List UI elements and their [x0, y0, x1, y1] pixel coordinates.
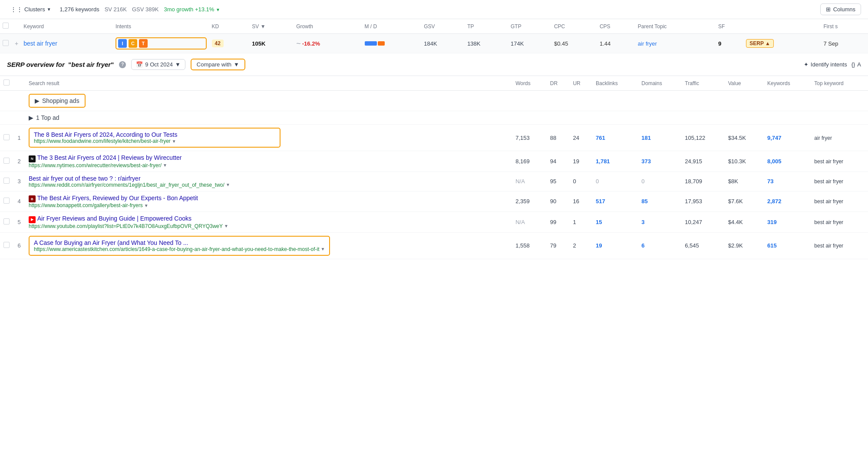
result-top-keyword: best air fryer: [811, 232, 868, 259]
result-ur: 2: [569, 232, 592, 259]
row-parent-topic: air fryer: [635, 34, 716, 53]
result-title-link[interactable]: Air Fryer Reviews and Buying Guide | Emp…: [37, 215, 191, 222]
backlinks-value: 1,781: [596, 158, 610, 165]
code-view-button[interactable]: {} A: [851, 61, 861, 68]
result-checkbox[interactable]: [3, 134, 10, 140]
intent-c-badge: C: [129, 39, 137, 48]
result-traffic: 24,915: [681, 151, 724, 172]
url-dropdown-icon[interactable]: ▼: [226, 182, 230, 187]
traffic-value: 6,545: [685, 242, 699, 249]
keyword-link[interactable]: best air fryer: [23, 40, 57, 47]
result-keywords: 9,747: [764, 125, 811, 151]
result-number: 2: [17, 158, 20, 165]
result-url-link[interactable]: https://www.foodandwine.com/lifestyle/ki…: [34, 138, 171, 144]
dr-value: 90: [550, 198, 556, 205]
add-keyword-icon[interactable]: +: [15, 40, 18, 47]
result-top-keyword: best air fryer: [811, 191, 868, 212]
result-title-cell: ▶ Air Fryer Reviews and Buying Guide | E…: [25, 212, 512, 233]
result-value: $2.9K: [725, 232, 764, 259]
result-title-link[interactable]: The 3 Best Air Fryers of 2024 | Reviews …: [37, 154, 182, 161]
result-checkbox[interactable]: [3, 198, 10, 204]
serp-select-all[interactable]: [3, 79, 10, 86]
keywords-count: 1,276 keywords: [60, 6, 99, 13]
value-amount: $34.5K: [728, 135, 746, 141]
parent-topic-link[interactable]: air fryer: [638, 40, 657, 47]
md-bar-chart: [365, 41, 419, 46]
result-keywords: 8,005: [764, 151, 811, 172]
identify-intents-button[interactable]: ✦ Identify intents: [804, 61, 847, 68]
compare-caret: ▼: [234, 61, 239, 68]
result-dr: 99: [547, 212, 570, 233]
serp-header-keywords: Keywords: [764, 76, 811, 91]
result-checkbox[interactable]: [3, 158, 10, 164]
serp-results-table: Search result Words DR UR Backlinks Doma…: [0, 76, 868, 259]
gsv-value: 184K: [424, 40, 437, 47]
top-ad-toggle[interactable]: ▶ 1 Top ad: [29, 114, 865, 121]
keyword-row: + best air fryer I C T 42 105K ~: [0, 34, 868, 53]
top-keyword-value: best air fryer: [814, 198, 843, 205]
url-dropdown-icon[interactable]: ▼: [172, 139, 176, 144]
table-row: 5 ▶ Air Fryer Reviews and Buying Guide |…: [0, 212, 868, 233]
result-checkbox[interactable]: [3, 178, 10, 184]
header-gsv: GSV: [421, 19, 465, 34]
compare-with-button[interactable]: Compare with ▼: [191, 59, 245, 70]
row-sf-type: SERP ▲: [743, 34, 821, 53]
url-dropdown-icon[interactable]: ▼: [163, 163, 167, 168]
result-title-link[interactable]: The Best Air Fryers, Reviewed by Our Exp…: [37, 195, 198, 201]
result-keywords: 615: [764, 232, 811, 259]
identify-icon: ✦: [804, 61, 809, 68]
result-top-keyword: best air fryer: [811, 172, 868, 191]
serp-overview-title: SERP overview for "best air fryer": [7, 61, 114, 68]
select-all-checkbox[interactable]: [3, 23, 9, 29]
header-tp: TP: [465, 19, 508, 34]
words-value: 1,558: [515, 242, 530, 249]
result-title-row: B The Best Air Fryers, Reviewed by Our E…: [29, 195, 508, 203]
result-backlinks: 19: [592, 232, 638, 259]
result-title-cell: N The 3 Best Air Fryers of 2024 | Review…: [25, 151, 512, 172]
ur-value: 19: [573, 158, 579, 165]
cps-value: 1.44: [600, 40, 611, 47]
result-title-row: ▶ Air Fryer Reviews and Buying Guide | E…: [29, 215, 508, 223]
serp-header-traffic: Traffic: [681, 76, 724, 91]
serp-header-backlinks: Backlinks: [592, 76, 638, 91]
row-gsv: 184K: [421, 34, 465, 53]
backlinks-value: 19: [596, 242, 602, 249]
serp-help-icon[interactable]: ?: [119, 61, 126, 68]
row-checkbox-input[interactable]: [3, 40, 9, 46]
shopping-ads-toggle[interactable]: ▶ Shopping ads: [29, 94, 86, 108]
row-keyword: best air fryer: [21, 34, 113, 53]
result-title-row: Best air fryer out of these two ? : r/ai…: [29, 175, 508, 182]
result-url-row: https://www.youtube.com/playlist?list=PL…: [29, 223, 508, 229]
traffic-value: 105,122: [685, 135, 705, 141]
result-url-link[interactable]: https://www.reddit.com/r/airfryer/commen…: [29, 182, 224, 188]
result-url-link[interactable]: https://www.nytimes.com/wirecutter/revie…: [29, 162, 162, 168]
header-growth: Growth: [294, 19, 362, 34]
url-dropdown-icon[interactable]: ▼: [321, 247, 325, 251]
result-title-cell: B The Best Air Fryers, Reviewed by Our E…: [25, 191, 512, 212]
header-sf-type: [743, 19, 821, 34]
traffic-value: 10,247: [685, 219, 702, 225]
result-title-cell: The 8 Best Air Fryers of 2024, According…: [25, 125, 512, 151]
result-title-link[interactable]: A Case for Buying an Air Fryer (and What…: [34, 239, 188, 246]
result-url-link[interactable]: https://www.youtube.com/playlist?list=PL…: [29, 223, 223, 229]
result-traffic: 18,709: [681, 172, 724, 191]
intent-badge-group: I C T: [116, 37, 207, 50]
top-ad-num: [13, 111, 25, 125]
result-title-link[interactable]: The 8 Best Air Fryers of 2024, According…: [34, 131, 177, 138]
result-url-link[interactable]: https://www.americastestkitchen.com/arti…: [34, 246, 320, 252]
columns-button[interactable]: ⊞ Columns: [820, 3, 861, 15]
result-checkbox[interactable]: [3, 242, 10, 248]
result-url-link[interactable]: https://www.bonappetit.com/gallery/best-…: [29, 202, 143, 208]
date-picker-button[interactable]: 📅 9 Oct 2024 ▼: [131, 59, 185, 70]
url-dropdown-icon[interactable]: ▼: [224, 224, 228, 228]
domains-value: 6: [641, 242, 644, 249]
result-checkbox[interactable]: [3, 218, 10, 224]
serp-button[interactable]: SERP ▲: [746, 39, 774, 48]
result-title-link[interactable]: Best air fryer out of these two ? : r/ai…: [29, 175, 141, 182]
dr-value: 88: [550, 135, 556, 141]
top-keyword-value: air fryer: [814, 135, 832, 141]
clusters-button[interactable]: ⋮⋮ Clusters ▼: [7, 4, 55, 15]
url-dropdown-icon[interactable]: ▼: [144, 203, 149, 208]
shopping-checkbox: [0, 91, 13, 111]
result-num-cell: 5: [13, 212, 25, 233]
